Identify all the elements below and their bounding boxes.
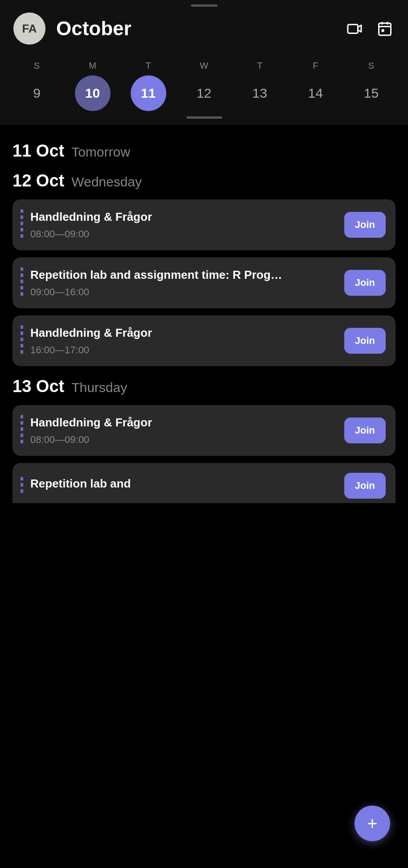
day-11[interactable]: 11: [131, 75, 166, 111]
day-header-sun: S: [19, 61, 55, 71]
day-header-wed: W: [186, 61, 222, 71]
date-12-oct: 12 Oct: [12, 171, 64, 190]
join-button[interactable]: Join: [344, 328, 386, 354]
event-title: Repetition lab and: [30, 476, 337, 492]
date-header-11: 11 Oct Tomorrow: [12, 141, 396, 161]
event-info: Repetition lab and: [30, 476, 337, 495]
date-label-tomorrow: Tomorrow: [71, 145, 130, 160]
event-info: Repetition lab and assignment time: R Pr…: [30, 268, 337, 298]
day-header-sat: S: [354, 61, 389, 71]
day-10[interactable]: 10: [75, 75, 111, 111]
strip-scrollbar: [186, 116, 222, 119]
day-9[interactable]: 9: [19, 75, 55, 111]
strip-scrollbar-wrap: [0, 111, 408, 120]
content: 11 Oct Tomorrow 12 Oct Wednesday Handled…: [0, 124, 408, 527]
day-numbers: 9 10 11 12 13 14 15: [0, 75, 408, 111]
day-header-thu: T: [242, 61, 278, 71]
day-header-fri: F: [298, 61, 334, 71]
event-time: 08:00—09:00: [30, 228, 337, 240]
event-info: Handledning & Frågor 08:00—09:00: [30, 415, 337, 446]
event-card: Handledning & Frågor 08:00—09:00 Join: [12, 405, 396, 456]
event-card: Repetition lab and assignment time: R Pr…: [12, 257, 396, 308]
event-accent-bar: [21, 415, 23, 446]
event-accent-bar: [21, 477, 23, 495]
event-title: Handledning & Frågor: [30, 326, 337, 341]
day-12[interactable]: 12: [186, 75, 222, 111]
event-info: Handledning & Frågor 08:00—09:00: [30, 210, 337, 240]
page-title: October: [56, 17, 345, 40]
event-accent-bar: [21, 209, 23, 240]
day-header-tue: T: [131, 61, 166, 71]
calendar-icon[interactable]: [375, 19, 395, 38]
join-button[interactable]: Join: [344, 212, 386, 238]
scroll-indicator: [191, 4, 218, 7]
svg-rect-1: [379, 23, 391, 35]
calendar-strip: S M T W T F S 9 10 11 12 13 14 15: [0, 54, 408, 124]
day-14[interactable]: 14: [298, 75, 334, 111]
date-label-wednesday: Wednesday: [71, 174, 142, 190]
section-11-oct: 11 Oct Tomorrow: [12, 141, 396, 161]
event-title: Repetition lab and assignment time: R Pr…: [30, 268, 337, 283]
svg-rect-0: [348, 25, 358, 33]
event-card: Handledning & Frågor 08:00—09:00 Join: [12, 199, 396, 250]
join-button[interactable]: Join: [344, 473, 386, 499]
header: FA October: [0, 0, 408, 54]
header-icons: [345, 19, 395, 38]
event-accent-bar: [21, 267, 23, 298]
partial-event-card: Repetition lab and Join: [12, 463, 396, 503]
event-time: 08:00—09:00: [30, 434, 337, 446]
section-13-oct: 13 Oct Thursday Handledning & Frågor 08:…: [12, 377, 396, 503]
event-card: Handledning & Frågor 16:00—17:00 Join: [12, 315, 396, 366]
date-13-oct: 13 Oct: [12, 377, 64, 396]
join-button[interactable]: Join: [344, 417, 386, 443]
date-11-oct: 11 Oct: [12, 141, 64, 161]
event-info: Handledning & Frågor 16:00—17:00: [30, 326, 337, 356]
add-event-fab[interactable]: +: [354, 806, 390, 841]
svg-rect-5: [382, 29, 384, 32]
day-13[interactable]: 13: [242, 75, 278, 111]
video-camera-icon[interactable]: [345, 19, 364, 38]
event-title: Handledning & Frågor: [30, 210, 337, 225]
event-accent-bar: [21, 325, 23, 356]
event-time: 09:00—16:00: [30, 286, 337, 298]
date-label-thursday: Thursday: [71, 380, 127, 395]
event-time: 16:00—17:00: [30, 344, 337, 356]
day-15[interactable]: 15: [354, 75, 389, 111]
section-12-oct: 12 Oct Wednesday Handledning & Frågor 08…: [12, 171, 396, 366]
join-button[interactable]: Join: [344, 270, 386, 296]
avatar[interactable]: FA: [13, 12, 45, 45]
date-header-13: 13 Oct Thursday: [12, 377, 396, 396]
event-title: Handledning & Frågor: [30, 415, 337, 430]
day-header-mon: M: [75, 61, 111, 71]
date-header-12: 12 Oct Wednesday: [12, 171, 396, 190]
day-headers: S M T W T F S: [0, 61, 408, 71]
